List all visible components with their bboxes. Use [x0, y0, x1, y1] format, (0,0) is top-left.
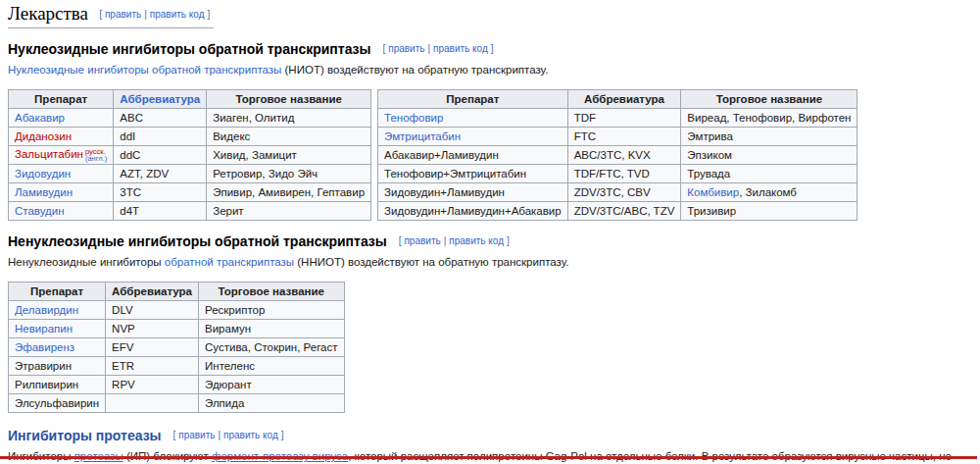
table-row: Делавирдин DLV Рескриптор: [9, 301, 345, 320]
trade-cell: Ретровир, Зидо Эйч: [207, 165, 371, 183]
red-annotation-line: [0, 456, 977, 459]
abbr-cell: RPV: [106, 376, 199, 394]
drug-link[interactable]: Зидовудин: [15, 168, 71, 180]
edit-links: [ править | править код ]: [399, 235, 510, 246]
bracket: [: [382, 43, 385, 54]
trade-cell: Рескриптор: [199, 301, 344, 320]
drug-cell: Зидовудин+Ламивудин: [378, 183, 568, 202]
column-header-trade: Торговое название: [199, 283, 344, 301]
drug-link[interactable]: Невирапин: [15, 323, 73, 335]
drug-link[interactable]: Диданозин: [15, 130, 72, 142]
niot-article-link[interactable]: Нуклеозидные ингибиторы обратной транскр…: [8, 64, 281, 76]
reverse-transcriptase-link[interactable]: обратной транскриптазы: [165, 256, 294, 268]
paragraph-text: (НИОТ) воздействуют на обратную транскри…: [281, 64, 548, 76]
edit-code-link[interactable]: править код: [223, 430, 278, 440]
table-row: Эфавиренз EFV Сустива, Стокрин, Регаст: [9, 338, 345, 357]
column-header-drug: Препарат: [378, 90, 568, 109]
table-row: Тенофовир TDF Виреад, Тенофовир, Вирфоте…: [378, 109, 858, 128]
table-row: Зидовудин+Ламивудин ZDV/3TC, CBV Комбиви…: [378, 183, 858, 202]
bracket: [: [99, 9, 102, 20]
abbr-cell: ddI: [114, 128, 207, 146]
table-row: Абакавир+Ламивудин ABC/3TC, KVX Эпзиком: [378, 146, 858, 165]
table-header-row: Препарат Аббревиатура Торговое название: [9, 90, 371, 109]
trade-cell: Комбивир, Зилакомб: [681, 183, 858, 202]
drug-link[interactable]: Абакавир: [15, 112, 65, 124]
column-header-abbr: Аббревиатура: [106, 283, 199, 301]
edit-links: [ править | править код ]: [382, 43, 493, 54]
column-header-abbr: Аббревиатура: [567, 90, 681, 109]
table-row: Зидовудин AZT, ZDV Ретровир, Зидо Эйч: [9, 165, 371, 183]
trade-cell: Эмтрива: [681, 128, 858, 146]
bracket: ]: [281, 430, 284, 440]
edit-code-link[interactable]: править код: [449, 235, 504, 246]
edit-link[interactable]: править: [388, 43, 424, 54]
heading-text: Ненуклеозидные ингибиторы обратной транс…: [8, 233, 387, 249]
abbr-cell: d4T: [114, 202, 207, 221]
drug-link[interactable]: Зальцитабин: [15, 148, 83, 160]
trade-cell: Хивид, Замицит: [207, 146, 371, 165]
bracket: ]: [207, 9, 210, 20]
trade-cell: Зиаген, Олитид: [207, 109, 371, 128]
abbr-cell: FTC: [567, 128, 681, 146]
trade-text: , Зилакомб: [739, 186, 797, 198]
drug-link[interactable]: Ставудин: [15, 205, 65, 217]
table-row: Рилпивирин RPV Эдюрант: [9, 376, 345, 394]
table-nniot: Препарат Аббревиатура Торговое название …: [8, 282, 345, 413]
edit-code-link[interactable]: править код: [433, 43, 488, 54]
section-heading-nniot: Ненуклеозидные ингибиторы обратной транс…: [8, 233, 972, 249]
bracket: [: [172, 430, 175, 440]
abbr-cell: [106, 394, 199, 413]
trade-link[interactable]: Комбивир: [687, 186, 739, 198]
edit-links: [ править | править код ]: [172, 430, 283, 440]
abbr-cell: ddC: [114, 146, 207, 165]
heading-text: Ингибиторы протеазы: [8, 428, 162, 443]
table-row: Эмтрицитабин FTC Эмтрива: [378, 128, 858, 146]
trade-cell: Видекс: [207, 128, 371, 146]
drug-link[interactable]: Делавирдин: [15, 304, 78, 316]
trade-cell: Трувада: [681, 165, 858, 183]
niot-paragraph: Нуклеозидные ингибиторы обратной транскр…: [8, 64, 972, 77]
drug-link[interactable]: Ламивудин: [15, 186, 73, 198]
table-row: Тенофовир+Эмтрицитабин TDF/FTC, TVD Трув…: [378, 165, 858, 183]
drug-cell: Элсульфавирин: [9, 394, 106, 413]
abbr-cell: ABC: [114, 109, 207, 128]
drug-cell: Рилпивирин: [9, 376, 106, 394]
edit-code-link[interactable]: править код: [150, 9, 205, 20]
table-row: Зидовудин+Ламивудин+Абакавир ZDV/3TC/ABC…: [378, 202, 858, 221]
page-title-block: Лекарства [ править | править код ]: [8, 3, 214, 28]
edit-link[interactable]: править: [404, 235, 440, 246]
abbr-cell: ZDV/3TC, CBV: [567, 183, 681, 202]
abbr-cell: NVP: [106, 320, 199, 338]
abbr-cell: ETR: [106, 357, 199, 376]
section-heading-niot: Нуклеозидные ингибиторы обратной транскр…: [8, 41, 972, 57]
abbr-cell: DLV: [106, 301, 199, 320]
column-header-abbr: Аббревиатура: [114, 90, 207, 109]
table-header-row: Препарат Аббревиатура Торговое название: [9, 283, 345, 301]
abbreviation-header-link[interactable]: Аббревиатура: [120, 93, 200, 105]
abbr-cell: AZT, ZDV: [114, 165, 207, 183]
pipe: |: [444, 235, 447, 246]
abbr-cell: EFV: [106, 338, 199, 357]
drug-link[interactable]: Эмтрицитабин: [384, 130, 461, 142]
nniot-tables-row: Препарат Аббревиатура Торговое название …: [8, 282, 972, 413]
paragraph-text: (ННИОТ) воздействуют на обратную транскр…: [294, 256, 568, 268]
column-header-drug: Препарат: [9, 90, 114, 109]
abbr-cell: TDF: [567, 109, 681, 128]
edit-link[interactable]: править: [105, 9, 141, 20]
abbr-cell: ZDV/3TC/ABC, TZV: [567, 202, 681, 221]
paragraph-text: Ненуклеозидные ингибиторы: [8, 256, 165, 268]
trade-cell: Сустива, Стокрин, Регаст: [199, 338, 344, 357]
heading-text: Нуклеозидные ингибиторы обратной транскр…: [8, 41, 371, 57]
drug-link[interactable]: Эфавиренз: [15, 341, 74, 353]
drug-link[interactable]: Тенофовир: [384, 112, 443, 124]
drug-cell: Тенофовир+Эмтрицитабин: [378, 165, 568, 183]
bracket: ]: [491, 43, 494, 54]
niot-tables-row: Препарат Аббревиатура Торговое название …: [8, 89, 972, 221]
interwiki-english-link[interactable]: (англ.): [85, 155, 107, 162]
pipe: |: [144, 9, 147, 20]
trade-cell: Зерит: [207, 202, 371, 221]
edit-link[interactable]: править: [178, 430, 215, 440]
table-row: Ставудин d4T Зерит: [9, 202, 371, 221]
table-row: Зальцитабинрусск.(англ.) ddC Хивид, Зами…: [9, 146, 371, 165]
bracket: [: [399, 235, 402, 246]
